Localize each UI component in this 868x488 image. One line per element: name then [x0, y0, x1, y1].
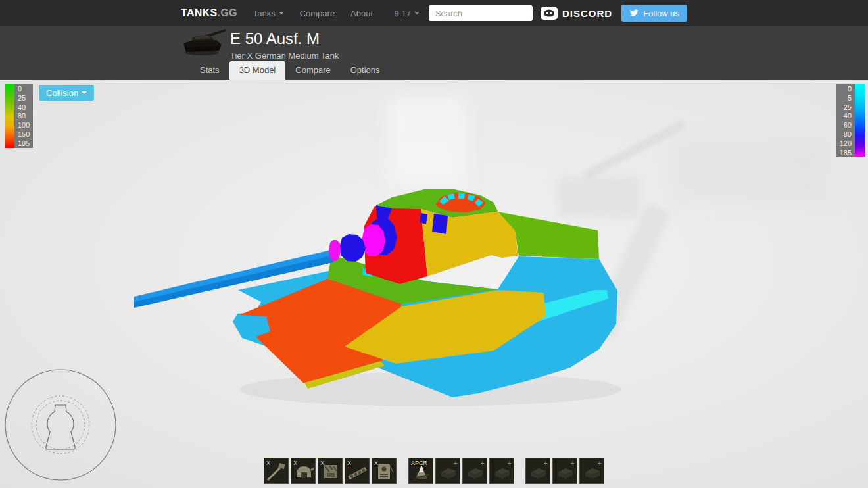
- scale-tick: 100: [14, 120, 33, 130]
- nav-item-compare[interactable]: Compare: [300, 9, 335, 18]
- scale-tick: 5: [836, 93, 855, 103]
- tier-badge: X: [347, 460, 351, 466]
- scale-tick: 25: [836, 103, 855, 112]
- discord-icon: [541, 7, 558, 20]
- search-input[interactable]: [429, 5, 533, 21]
- consumable-slot-empty[interactable]: +: [552, 458, 577, 484]
- follow-us-button[interactable]: Follow us: [621, 5, 687, 22]
- tank-header: E 50 Ausf. M Tier X German Medium Tank S…: [0, 26, 868, 80]
- tab-compare[interactable]: Compare: [285, 61, 340, 80]
- plus-icon: +: [454, 459, 458, 467]
- model-mantlet-collar: [329, 240, 341, 261]
- shell-group: APCR + + +: [408, 458, 514, 484]
- scale-tick: 185: [836, 148, 855, 157]
- model-mantlet-blue: [339, 234, 366, 262]
- consumable-slot-empty[interactable]: +: [525, 458, 550, 484]
- armor-scale-gradient: [5, 84, 14, 148]
- tank-3d-model-canvas[interactable]: [0, 80, 868, 488]
- armor-scale-legend: 0 25 40 80 100 150 185: [5, 84, 33, 148]
- tank-topview-outline: [46, 405, 75, 449]
- discord-button[interactable]: DISCORD: [541, 7, 612, 20]
- brand-logo[interactable]: TANKS.GG: [181, 7, 237, 19]
- scale-tick: 40: [14, 103, 33, 112]
- chevron-down-icon: [82, 91, 87, 94]
- scale-tick: 0: [836, 84, 855, 93]
- scale-tick: 185: [14, 139, 33, 148]
- chevron-down-icon: [279, 12, 284, 14]
- nav-links: Tanks Compare About: [253, 9, 373, 18]
- twitter-bird-icon: [629, 9, 639, 17]
- shell-slot-empty[interactable]: +: [489, 458, 514, 484]
- shell-type-label: APCR: [411, 460, 427, 466]
- page-title: E 50 Ausf. M: [230, 30, 339, 48]
- model-mantlet-magenta: [362, 224, 385, 256]
- tab-bar: Stats 3D Model Compare Options: [190, 61, 390, 80]
- module-tile-engine[interactable]: X: [318, 458, 343, 484]
- tab-3d-model[interactable]: 3D Model: [229, 61, 286, 80]
- consumable-slot-empty[interactable]: +: [579, 458, 604, 484]
- scale-tick: 120: [836, 139, 855, 148]
- scale-tick: 40: [836, 111, 855, 120]
- shell-tile-apcr[interactable]: APCR: [408, 458, 433, 484]
- scale-tick: 80: [14, 111, 33, 120]
- plus-icon: +: [571, 459, 575, 467]
- penetration-scale-gradient: [855, 84, 865, 157]
- top-navbar: TANKS.GG Tanks Compare About 9.17 DISCOR…: [0, 0, 868, 26]
- tab-options[interactable]: Options: [341, 61, 390, 80]
- tank-subtitle: Tier X German Medium Tank: [230, 51, 339, 61]
- scale-tick: 150: [14, 130, 33, 139]
- module-group: X X X: [264, 458, 397, 484]
- plus-icon: +: [544, 459, 548, 467]
- tank-thumbnail-image: [178, 24, 229, 61]
- tier-badge: X: [266, 460, 270, 466]
- brand-primary: TANKS: [181, 7, 217, 18]
- scale-tick: 80: [836, 130, 855, 139]
- tier-badge: X: [293, 460, 297, 466]
- model-cupola-port-3: [458, 193, 465, 199]
- shell-slot-empty[interactable]: +: [462, 458, 487, 484]
- chevron-down-icon: [414, 12, 420, 14]
- collision-mode-dropdown[interactable]: Collision: [39, 85, 94, 101]
- module-tile-gun[interactable]: X: [264, 458, 289, 484]
- turret-direction-indicator: [5, 370, 116, 480]
- module-tile-suspension[interactable]: X: [345, 458, 370, 484]
- scale-tick: 60: [836, 120, 855, 130]
- module-strip: X X X: [264, 458, 604, 484]
- tier-badge: X: [320, 460, 324, 466]
- scale-tick: 25: [14, 93, 33, 103]
- scale-tick: 0: [14, 84, 33, 93]
- tab-stats[interactable]: Stats: [190, 61, 229, 80]
- brand-suffix: .GG: [217, 7, 237, 18]
- plus-icon: +: [598, 459, 602, 467]
- nav-item-about[interactable]: About: [350, 9, 373, 18]
- 3d-viewport[interactable]: Collision 0 25 40 80 100 150 185 0 5 25 …: [0, 80, 868, 488]
- model-turret-hatch: [432, 214, 448, 234]
- consumable-group: + + +: [525, 458, 604, 484]
- tier-badge: X: [374, 460, 378, 466]
- discord-label: DISCORD: [562, 8, 612, 19]
- shell-slot-empty[interactable]: +: [435, 458, 460, 484]
- module-tile-radio[interactable]: X: [372, 458, 397, 484]
- nav-item-tanks[interactable]: Tanks: [253, 9, 284, 18]
- module-tile-turret[interactable]: X: [291, 458, 316, 484]
- follow-us-label: Follow us: [643, 9, 679, 18]
- penetration-scale-legend: 0 5 25 40 60 80 120 185: [836, 84, 865, 157]
- plus-icon: +: [481, 459, 485, 467]
- model-rear-hatch: [420, 213, 427, 224]
- version-dropdown[interactable]: 9.17: [395, 9, 420, 18]
- plus-icon: +: [508, 459, 512, 467]
